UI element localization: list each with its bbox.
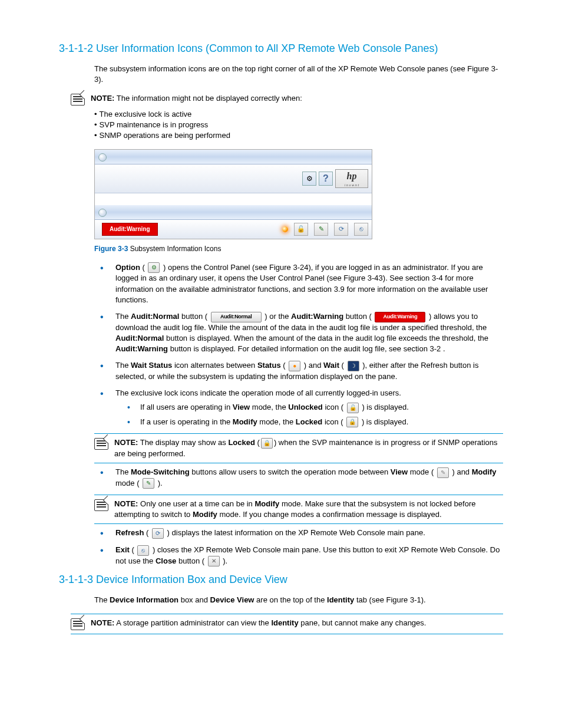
modify-mode-icon[interactable]: ✎	[143, 478, 154, 489]
section-heading-3113: 3-1-1-3 Device Information Box and Devic…	[59, 572, 503, 587]
ss-titlebar-bottom	[95, 205, 372, 220]
locked-icon: 🔒	[261, 438, 273, 449]
note4-text: NOTE: A storage partition administrator …	[91, 618, 503, 628]
exit-icon[interactable]: ⎋	[354, 223, 368, 236]
help-icon[interactable]: ?	[319, 172, 333, 186]
note-label: NOTE:	[114, 438, 138, 447]
bullet-lock: The exclusive lock icons indicate the op…	[100, 388, 503, 427]
bullet-mode-switching: The Mode-Switching buttons allow users t…	[100, 467, 503, 489]
figure-caption: Figure 3-3 Subsystem Information Icons	[94, 244, 503, 254]
bullet-option: Option ( ⚙ ) opens the Control Panel (se…	[100, 262, 503, 305]
note1-item: The exclusive lock is active	[94, 109, 503, 120]
note-icon	[71, 94, 85, 106]
ss-gap	[95, 193, 372, 205]
section1-intro: The subsystem information icons are on t…	[94, 64, 503, 85]
ss-titlebar-top	[95, 150, 372, 164]
note1-list: The exclusive lock is active SVP mainten…	[94, 109, 503, 141]
wait-icon: ☽	[348, 361, 359, 371]
bullet-refresh: Refresh ( ⟳ ) displays the latest inform…	[100, 528, 503, 539]
option-icon[interactable]: ⚙	[148, 262, 160, 273]
mode-switch-icon[interactable]: ✎	[314, 223, 328, 236]
unlocked-icon: 🔓	[294, 223, 308, 236]
note-icon	[71, 618, 85, 630]
ss-toolbar-top: ⚙ ? hpi n v e n t	[95, 164, 372, 193]
note3-text: NOTE: Only one user at a time can be in …	[114, 499, 503, 520]
note-block-4: NOTE: A storage partition administrator …	[71, 614, 503, 634]
note1-text: NOTE: The information might not be displ…	[91, 93, 302, 104]
bullet-audit: The Audit:Normal button ( Audit:Normal )…	[100, 311, 503, 354]
note-icon	[94, 499, 108, 511]
figure-label: Figure 3-3	[94, 245, 128, 253]
note-label: NOTE:	[91, 94, 114, 103]
hp-invent-text: i n v e n t	[345, 183, 359, 187]
note-label: NOTE:	[114, 499, 138, 508]
figure-caption-text: Subsystem Information Icons	[128, 245, 221, 253]
feature-list-2: The Mode-Switching buttons allow users t…	[100, 467, 503, 489]
exit-icon[interactable]: ⎋	[137, 545, 149, 556]
bullet-exit: Exit ( ⎋ ) closes the XP Remote Web Cons…	[100, 545, 503, 566]
status-icon: ●	[289, 361, 300, 371]
hp-logo: hpi n v e n t	[335, 169, 368, 188]
refresh-icon[interactable]: ⟳	[152, 528, 164, 539]
note-block-1: NOTE: The information might not be displ…	[71, 93, 503, 106]
note-label: NOTE:	[91, 618, 114, 627]
bullet-wait-status: The Wait Status icon alternates between …	[100, 360, 503, 382]
note-block-2: NOTE: The display may show as Locked (🔒)…	[94, 433, 503, 463]
feature-list: Option ( ⚙ ) opens the Control Panel (se…	[100, 262, 503, 427]
option-icon[interactable]: ⚙	[302, 172, 316, 186]
lock-sublist: If all users are operating in View mode,…	[127, 402, 503, 427]
audit-normal-button[interactable]: Audit:Normal	[211, 312, 262, 322]
lock-sub-locked: If a user is operating in the Modify mod…	[127, 417, 503, 428]
section2-intro: The Device Information box and Device Vi…	[94, 595, 503, 605]
wait-status-bold: Wait Status	[131, 361, 172, 370]
note1-item: SVP maintenance is in progress	[94, 120, 503, 130]
screenshot-panel: ⚙ ? hpi n v e n t Audit:Warning 🔓 ✎ ⟳ ⎋	[94, 149, 372, 239]
unlocked-icon: 🔓	[347, 403, 359, 413]
refresh-icon[interactable]: ⟳	[334, 223, 348, 236]
wait-status-icon	[282, 226, 288, 232]
note-icon	[94, 438, 108, 450]
lock-sub-unlocked: If all users are operating in View mode,…	[127, 402, 503, 413]
note1-item: SNMP operations are being performed	[94, 130, 503, 141]
section-heading-3112: 3-1-1-2 User Information Icons (Common t…	[59, 41, 503, 56]
locked-icon: 🔒	[346, 417, 358, 427]
note1-body: The information might not be displayed c…	[117, 94, 302, 103]
note2-text: NOTE: The display may show as Locked (🔒)…	[114, 437, 503, 459]
audit-normal-bold: Audit:Normal	[131, 312, 179, 321]
audit-warning-bold: Audit:Warning	[291, 312, 343, 321]
ss-toolbar-bottom: Audit:Warning 🔓 ✎ ⟳ ⎋	[95, 220, 372, 239]
close-icon[interactable]: ✕	[208, 556, 220, 566]
feature-list-3: Refresh ( ⟳ ) displays the latest inform…	[100, 528, 503, 566]
audit-warning-button[interactable]: Audit:Warning	[102, 223, 158, 236]
note-block-3: NOTE: Only one user at a time can be in …	[94, 495, 503, 524]
figure-3-3: ⚙ ? hpi n v e n t Audit:Warning 🔓 ✎ ⟳ ⎋	[94, 149, 503, 239]
option-bold: Option	[115, 263, 140, 272]
audit-warning-button[interactable]: Audit:Warning	[375, 312, 425, 322]
view-mode-icon[interactable]: ✎	[437, 467, 449, 478]
